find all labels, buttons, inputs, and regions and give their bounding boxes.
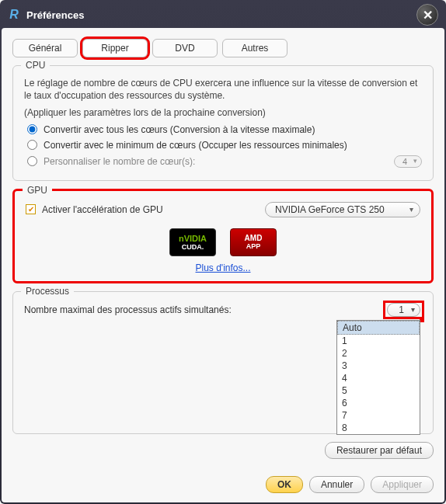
cpu-opt-all-label: Convertir avec tous les cœurs (Conversio… (44, 124, 315, 135)
process-option[interactable]: 5 (337, 384, 420, 397)
cpu-group: CPU Le réglage de nombre de cœurs de CPU… (12, 65, 434, 181)
nvidia-cuda-logo: nVIDIA CUDA. (169, 228, 216, 256)
process-option[interactable]: 2 (337, 347, 420, 360)
amd-logo-top: AMD (245, 234, 263, 242)
tab-others[interactable]: Autres (222, 39, 287, 57)
cpu-opt-all[interactable]: Convertir avec tous les cœurs (Conversio… (27, 124, 422, 135)
cpu-opt-min-label: Convertir avec le minimum de cœurs (Occu… (44, 140, 347, 151)
process-group-title: Processus (21, 286, 74, 297)
process-max-label: Nombre maximal des processus actifs simu… (24, 304, 232, 315)
cpu-opt-min[interactable]: Convertir avec le minimum de cœurs (Occu… (27, 140, 422, 151)
tab-bar: Général Ripper DVD Autres (12, 39, 434, 57)
process-option[interactable]: 3 (337, 360, 420, 372)
gpu-more-info-link[interactable]: Plus d'infos... (26, 262, 420, 273)
apply-button[interactable]: Appliquer (371, 476, 434, 493)
tab-dvd[interactable]: DVD (152, 39, 218, 57)
nvidia-logo-top: nVIDIA (179, 234, 207, 243)
nvidia-logo-bottom: CUDA. (182, 243, 204, 251)
cpu-radio-custom[interactable] (27, 156, 37, 166)
cpu-radio-min[interactable] (27, 140, 37, 150)
gpu-enable-label: Activer l'accélération de GPU (42, 204, 163, 215)
cpu-core-select: 4 (394, 155, 422, 168)
tab-ripper[interactable]: Ripper (82, 39, 148, 57)
process-option[interactable]: 7 (337, 409, 420, 422)
gpu-enable-checkbox[interactable]: ✔ (26, 204, 36, 214)
cpu-opt-custom[interactable]: Personnaliser le nombre de cœur(s): 4 (27, 155, 422, 168)
process-count-select[interactable]: 1 (387, 303, 420, 317)
titlebar: R Préférences ✕ (2, 2, 444, 28)
tab-general[interactable]: Général (12, 39, 78, 57)
process-option[interactable]: 8 (337, 422, 420, 434)
gpu-group: GPU ✔ Activer l'accélération de GPU NVID… (12, 189, 434, 283)
cpu-note: (Appliquer les paramètres lors de la pro… (24, 106, 422, 119)
process-option[interactable]: Auto (337, 321, 420, 335)
process-group: Processus Nombre maximal des processus a… (12, 291, 434, 434)
ok-button[interactable]: OK (266, 476, 303, 493)
amd-app-logo: AMD APP (230, 228, 277, 256)
cpu-radio-all[interactable] (27, 124, 37, 134)
close-button[interactable]: ✕ (416, 4, 438, 26)
cpu-description: Le réglage de nombre de cœurs de CPU exe… (24, 77, 422, 102)
app-icon: R (6, 7, 22, 23)
gpu-group-title: GPU (23, 185, 52, 196)
process-option[interactable]: 1 (337, 335, 420, 347)
cpu-group-title: CPU (21, 60, 50, 71)
process-option[interactable]: 6 (337, 397, 420, 409)
amd-logo-bottom: APP (246, 242, 261, 250)
cancel-button[interactable]: Annuler (309, 476, 364, 493)
restore-defaults-button[interactable]: Restaurer par défaut (325, 442, 434, 459)
window-title: Préférences (26, 9, 416, 21)
process-option[interactable]: 4 (337, 372, 420, 384)
cpu-opt-custom-label: Personnaliser le nombre de cœur(s): (44, 156, 195, 167)
process-count-dropdown[interactable]: Auto12345678 (336, 320, 420, 435)
gpu-device-select[interactable]: NVIDIA GeForce GTS 250 (265, 202, 420, 217)
